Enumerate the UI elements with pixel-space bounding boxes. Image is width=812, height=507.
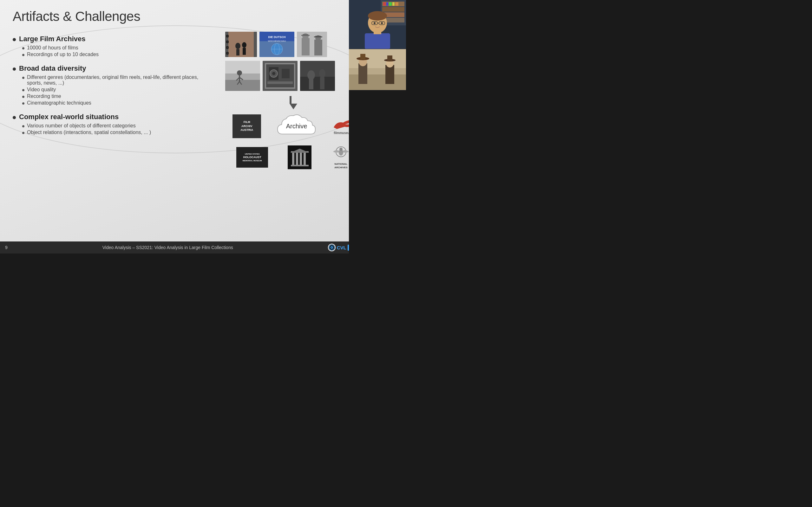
bullet-sub-1-1-label: 10000 of hours of films	[27, 45, 78, 51]
bullet-sub-3-2-label: Object relations (interactions, spatial …	[27, 130, 151, 135]
svg-rect-93	[386, 65, 394, 84]
svg-rect-72	[383, 2, 386, 6]
section-broad-data: Broad data diversity Different genres (d…	[13, 64, 209, 106]
bullet-sub-2-3: Recording time	[22, 94, 209, 99]
bullet-sub-3-1-label: Various number of objects of different c…	[27, 123, 136, 129]
bullet-main-2: Broad data diversity	[13, 64, 209, 72]
svg-point-65	[331, 247, 332, 248]
svg-rect-59	[291, 165, 309, 166]
bullet-main-3: Complex real-world situations	[13, 113, 209, 121]
sub-dot-1-2	[22, 54, 24, 56]
bullet-dot-2	[13, 67, 16, 71]
thumb-4-svg	[225, 61, 260, 91]
hole-3	[226, 46, 229, 49]
svg-rect-69	[382, 7, 404, 12]
bullet-main-3-label: Complex real-world situations	[19, 113, 119, 121]
thumb-3-svg	[297, 32, 327, 57]
national-archives-logo: NATIONALARCHIVES	[332, 146, 351, 169]
svg-point-44	[272, 72, 275, 75]
svg-rect-3	[236, 49, 240, 55]
secondary-cam-svg	[349, 49, 406, 90]
svg-rect-88	[349, 74, 406, 90]
bullet-sub-2-3-label: Recording time	[27, 94, 61, 99]
sub-dot-3-1	[22, 125, 24, 127]
slide-area: Artifacts & Challenges Large Film Archiv…	[0, 0, 368, 253]
svg-point-80	[368, 11, 387, 20]
svg-point-84	[374, 22, 375, 24]
smithsonian-logo	[288, 146, 311, 169]
holocaust-museum-logo: UNITED STATES HOLOCAUST MEMORIAL MUSEUM	[236, 147, 268, 168]
svg-point-33	[237, 70, 242, 75]
svg-rect-32	[225, 80, 260, 91]
archive-cloud-text: Archive	[286, 123, 307, 130]
svg-point-2	[235, 43, 241, 49]
holocaust-line3: MEMORIAL MUSEUM	[243, 159, 262, 162]
film-thumb-5	[263, 61, 298, 91]
film-thumb-6	[300, 61, 335, 91]
holocaust-line1: UNITED STATES	[245, 153, 260, 155]
svg-point-50	[319, 69, 325, 78]
bullet-sub-3-1: Various number of objects of different c…	[22, 123, 209, 129]
svg-rect-73	[386, 2, 388, 6]
bullet-sub-2-4: Cinematographic techniques	[22, 100, 209, 106]
archive-cloud: Archive	[276, 112, 317, 140]
webcam-presenter	[349, 0, 406, 49]
bullet-dot-3	[13, 116, 16, 119]
bullet-sub-2-2-label: Video quality	[27, 87, 56, 93]
svg-rect-13	[254, 50, 257, 53]
sub-dot-2-1	[22, 77, 24, 79]
svg-rect-47	[300, 77, 335, 91]
svg-rect-39	[263, 61, 298, 91]
bullet-sub-1-2-label: Recordings of up to 10 decades	[27, 52, 99, 57]
bullet-sub-3-2: Object relations (interactions, spatial …	[22, 130, 209, 135]
svg-rect-1	[229, 32, 254, 57]
svg-rect-45	[267, 81, 293, 84]
natarch-text: NATIONALARCHIVES	[334, 163, 347, 169]
svg-rect-51	[320, 77, 324, 89]
svg-marker-54	[290, 149, 309, 153]
archive-arrow-container	[225, 96, 362, 109]
bottom-bar: 9 Video Analysis – SS2021: Video Analysi…	[0, 241, 368, 253]
section-complex: Complex real-world situations Various nu…	[13, 113, 209, 135]
cvl-eye-svg	[329, 245, 335, 250]
svg-rect-89	[358, 63, 367, 84]
svg-rect-11	[254, 40, 257, 42]
svg-rect-29	[314, 37, 322, 38]
bullet-main-1: Large Film Archives	[13, 35, 209, 43]
archive-logos-row: FILMARCHIVAUSTRIA Archive	[225, 112, 362, 140]
bullet-main-1-label: Large Film Archives	[19, 35, 85, 43]
film-archiv-label: FILMARCHIVAUSTRIA	[241, 120, 253, 132]
svg-rect-77	[365, 33, 390, 49]
natarch-svg	[332, 146, 351, 161]
cvl-circle-icon	[328, 244, 336, 251]
webcam-black	[349, 90, 406, 253]
bullet-sub-2-2: Video quality	[22, 87, 209, 93]
webcam-secondary	[349, 49, 406, 90]
svg-rect-26	[314, 40, 322, 55]
svg-rect-22	[302, 38, 310, 55]
image-grid: DIE DUTSCH WOCHENSCHAU	[225, 32, 362, 169]
film-thumb-2: DIE DUTSCH WOCHENSCHAU	[259, 32, 294, 57]
thumb-row-1: DIE DUTSCH WOCHENSCHAU	[225, 32, 362, 57]
arrow-head	[290, 104, 297, 109]
film-archiv-austria-logo: FILMARCHIVAUSTRIA	[233, 114, 261, 138]
svg-rect-76	[395, 2, 398, 6]
svg-rect-96	[387, 55, 392, 61]
thumb-6-svg	[300, 61, 335, 91]
bullet-sub-1-1: 10000 of hours of films	[22, 45, 209, 51]
sub-dot-2-3	[22, 96, 24, 98]
thumb-row-2	[225, 61, 362, 91]
svg-rect-12	[254, 45, 257, 48]
svg-rect-74	[389, 2, 392, 6]
thumb-2-svg: DIE DUTSCH WOCHENSCHAU	[259, 32, 294, 57]
svg-rect-92	[360, 54, 365, 60]
columns-icon	[290, 148, 309, 167]
svg-text:DIE DUTSCH: DIE DUTSCH	[268, 36, 286, 39]
sub-dot-1-1	[22, 47, 24, 49]
bullet-sub-1-2: Recordings of up to 10 decades	[22, 52, 209, 57]
svg-point-85	[381, 22, 383, 24]
hole-1	[226, 35, 229, 38]
svg-rect-25	[301, 35, 310, 36]
institution-logos-row: UNITED STATES HOLOCAUST MEMORIAL MUSEUM	[225, 146, 362, 169]
arrow-shaft	[290, 96, 292, 104]
